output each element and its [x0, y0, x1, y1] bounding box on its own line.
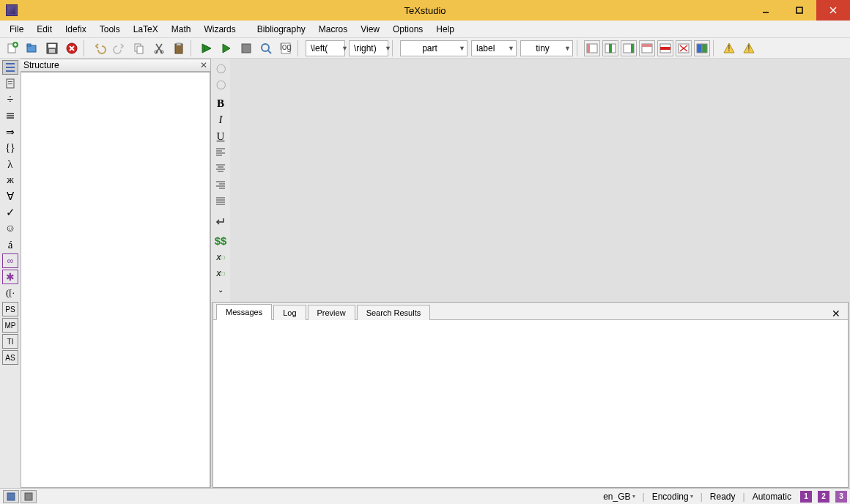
accents-category-icon[interactable]: á: [2, 237, 18, 252]
table-col1-icon[interactable]: [584, 40, 600, 56]
maximize-button[interactable]: [783, 0, 816, 21]
status-badge-1[interactable]: 1: [800, 491, 812, 503]
table-paste-col-icon[interactable]: [694, 40, 710, 56]
menu-latex[interactable]: LaTeX: [128, 21, 164, 37]
status-toggle1-button[interactable]: [3, 490, 19, 503]
build-view-button[interactable]: [197, 40, 216, 57]
tab-preview[interactable]: Preview: [308, 305, 355, 320]
bookmark-category-icon[interactable]: [2, 76, 18, 91]
status-encoding[interactable]: Encoding▾: [649, 492, 696, 502]
underline-button[interactable]: U: [212, 129, 229, 144]
align-left-button[interactable]: [212, 145, 229, 160]
svg-text:log: log: [280, 42, 292, 52]
close-structure-button[interactable]: ✕: [200, 60, 207, 70]
table-col3-icon[interactable]: [621, 40, 637, 56]
structure-tree[interactable]: [21, 72, 210, 488]
cyrillic-category-icon[interactable]: ж: [2, 173, 18, 188]
metapost-category-icon[interactable]: MP: [2, 318, 18, 333]
smiley-category-icon[interactable]: ☺: [2, 221, 18, 236]
infinity-category-icon[interactable]: ∞: [2, 253, 18, 268]
menu-edit[interactable]: Edit: [31, 21, 58, 37]
superscript-button[interactable]: x□: [212, 266, 229, 281]
circle1-icon[interactable]: ◯: [212, 60, 229, 75]
editor-area[interactable]: [230, 59, 850, 302]
left-delimiter-dropdown[interactable]: \left(▼: [306, 40, 345, 56]
right-delimiter-dropdown[interactable]: \right)▼: [349, 40, 388, 56]
menubar: File Edit Idefix Tools LaTeX Math Wizard…: [0, 21, 850, 38]
menu-bibliography[interactable]: Bibliography: [251, 21, 311, 37]
status-toggle2-button[interactable]: [21, 490, 37, 503]
align-center-button[interactable]: [212, 161, 229, 177]
structure-panel-header: Structure ✕: [21, 59, 210, 72]
asymptote-category-icon[interactable]: AS: [2, 350, 18, 365]
close-doc-button[interactable]: [62, 40, 81, 57]
app-icon: [6, 4, 18, 16]
quantifier-category-icon[interactable]: ∀: [2, 189, 18, 204]
status-language[interactable]: en_GB▾: [600, 492, 638, 502]
stop-button[interactable]: [237, 40, 256, 57]
status-badge-2[interactable]: 2: [818, 491, 829, 503]
new-button[interactable]: [3, 40, 22, 57]
warning1-icon[interactable]: !: [720, 40, 739, 57]
open-button[interactable]: [23, 40, 42, 57]
undo-button[interactable]: [90, 40, 109, 57]
warning2-icon[interactable]: !: [739, 40, 758, 57]
compile-button[interactable]: [217, 40, 236, 57]
structure-category-icon[interactable]: [2, 60, 18, 75]
menu-help[interactable]: Help: [430, 21, 460, 37]
brackets-category-icon[interactable]: ([·: [2, 286, 18, 300]
tab-messages[interactable]: Messages: [216, 304, 272, 320]
italic-button[interactable]: I: [212, 112, 229, 127]
subscript-button[interactable]: x□: [212, 249, 229, 264]
status-badge-3[interactable]: 3: [835, 491, 847, 503]
close-messages-button[interactable]: ✕: [827, 308, 845, 319]
inline-math-button[interactable]: $$: [212, 233, 229, 248]
section-dropdown[interactable]: part▼: [400, 40, 468, 56]
arrows-category-icon[interactable]: ⇒: [2, 125, 18, 139]
tikz-category-icon[interactable]: TI: [2, 334, 18, 349]
paste-button[interactable]: [169, 40, 188, 57]
tab-log[interactable]: Log: [273, 305, 306, 320]
save-button[interactable]: [42, 40, 62, 57]
cut-button[interactable]: [149, 40, 169, 57]
menu-macros[interactable]: Macros: [313, 21, 353, 37]
menu-tools[interactable]: Tools: [94, 21, 126, 37]
bold-button[interactable]: B: [212, 96, 229, 111]
newline-button[interactable]: [212, 213, 229, 229]
ref-dropdown[interactable]: label▼: [471, 40, 517, 56]
table-del-col-icon[interactable]: [676, 40, 692, 56]
minimize-button[interactable]: [749, 0, 783, 21]
delimiters-category-icon[interactable]: {}: [2, 141, 18, 155]
svg-rect-23: [587, 44, 590, 53]
view-log-button[interactable]: log: [276, 40, 295, 57]
align-right-button[interactable]: [212, 177, 229, 193]
relations-category-icon[interactable]: [2, 108, 18, 123]
asterisk-category-icon[interactable]: ✱: [2, 270, 18, 284]
status-automatic[interactable]: Automatic: [750, 492, 794, 502]
greek-category-icon[interactable]: λ: [2, 157, 18, 171]
menu-wizards[interactable]: Wizards: [198, 21, 241, 37]
menu-math[interactable]: Math: [166, 21, 197, 37]
fontsize-dropdown[interactable]: tiny▼: [520, 40, 573, 56]
view-button[interactable]: [256, 40, 276, 57]
circle2-icon[interactable]: ◯: [212, 76, 229, 92]
menu-idefix[interactable]: Idefix: [59, 21, 92, 37]
menu-options[interactable]: Options: [387, 21, 429, 37]
tab-search-results[interactable]: Search Results: [357, 305, 431, 320]
table-col2-icon[interactable]: [602, 40, 618, 56]
check-category-icon[interactable]: ✓: [2, 205, 18, 220]
table-row1-icon[interactable]: [639, 40, 655, 56]
menu-file[interactable]: File: [4, 21, 29, 37]
redo-button[interactable]: [110, 40, 129, 57]
expand-strip-button[interactable]: ⌄: [212, 282, 229, 297]
menu-view[interactable]: View: [355, 21, 385, 37]
align-justify-button[interactable]: [212, 193, 229, 209]
table-row2-icon[interactable]: [657, 40, 673, 56]
copy-button[interactable]: [130, 40, 149, 57]
svg-rect-33: [697, 44, 702, 53]
toolbar: log \left(▼ \right)▼ part▼ label▼ tiny▼ …: [0, 38, 850, 59]
operators-category-icon[interactable]: ÷: [2, 92, 18, 107]
messages-body[interactable]: [213, 320, 848, 487]
pstricks-category-icon[interactable]: PS: [2, 302, 18, 316]
close-button[interactable]: [816, 0, 850, 21]
